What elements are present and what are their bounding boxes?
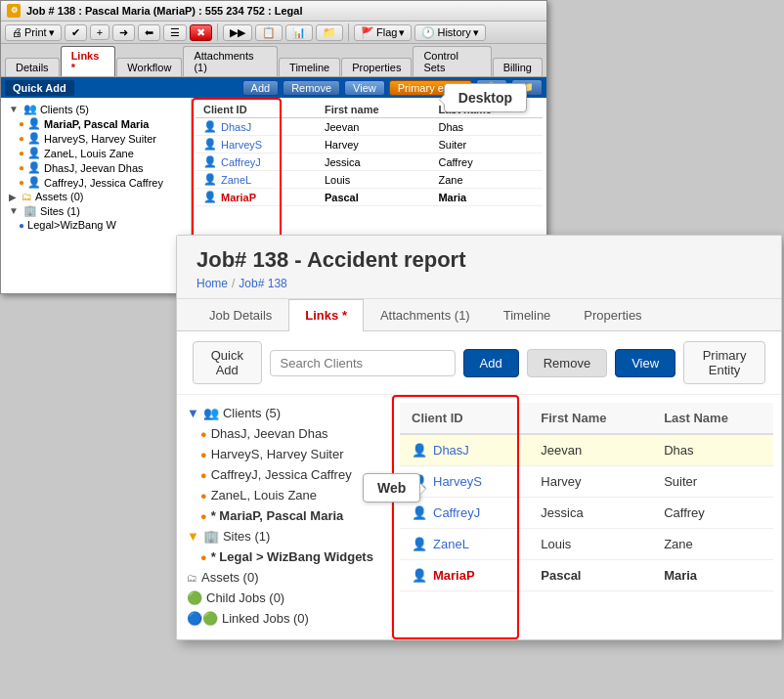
user-icon-mariap: 👤 bbox=[203, 191, 217, 203]
web-client-mariap[interactable]: ● * MariaP, Pascal Maria bbox=[181, 505, 387, 526]
bullet-icon-dhasj: ● bbox=[19, 162, 24, 173]
table-row[interactable]: 👤DhasJ Jeevan Dhas bbox=[196, 118, 543, 136]
web-tree-clients-header[interactable]: ▼ 👥 Clients (5) bbox=[181, 403, 387, 423]
cancel-button[interactable]: ✖ bbox=[190, 24, 212, 41]
web-site-legal[interactable]: ● * Legal > WizBang Widgets bbox=[181, 546, 387, 567]
breadcrumb-job[interactable]: Job# 138 bbox=[239, 277, 286, 290]
tab-workflow[interactable]: Workflow bbox=[116, 58, 182, 76]
assets-label: Assets (0) bbox=[35, 191, 84, 202]
desktop-add-button[interactable]: Add bbox=[242, 80, 280, 96]
desktop-client-mariap[interactable]: ● 👤 MariaP, Pascal Maria bbox=[1, 116, 191, 131]
web-user-icon-caffreyj: 👤 bbox=[412, 505, 427, 520]
web-table-row-dhasj[interactable]: 👤DhasJ Jeevan Dhas bbox=[400, 434, 773, 466]
tab-attachments[interactable]: Attachments (1) bbox=[183, 46, 278, 76]
desktop-site-legal[interactable]: ● Legal>WizBang W bbox=[1, 218, 191, 232]
toolbar-separator2 bbox=[348, 23, 349, 41]
assets-icon: 🗂 bbox=[22, 191, 32, 202]
bullet-icon-caffreyj: ● bbox=[19, 177, 24, 188]
history-dropdown: ▾ bbox=[473, 26, 479, 39]
web-table-row-zanel[interactable]: 👤ZaneL Louis Zane bbox=[400, 529, 773, 560]
check-button[interactable]: ✔ bbox=[65, 24, 87, 41]
person-icon-mariap: 👤 bbox=[27, 117, 41, 130]
desktop-remove-button[interactable]: Remove bbox=[283, 80, 340, 96]
sites-label: Sites (1) bbox=[40, 205, 80, 217]
table-row[interactable]: 👤ZaneL Louis Zane bbox=[196, 171, 543, 189]
web-tab-timeline[interactable]: Timeline bbox=[487, 299, 568, 330]
desktop-tree-clients-header[interactable]: ▼ 👥 Clients (5) bbox=[1, 102, 191, 116]
quick-add-label[interactable]: Quick Add bbox=[5, 80, 74, 96]
tab-properties[interactable]: Properties bbox=[341, 58, 412, 76]
desktop-client-dhasj[interactable]: ● 👤 DhasJ, Jeevan Dhas bbox=[1, 160, 191, 175]
add-button[interactable]: + bbox=[90, 24, 109, 40]
web-tree-linked-jobs[interactable]: 🔵🟢 Linked Jobs (0) bbox=[181, 608, 387, 629]
web-tab-job-details[interactable]: Job Details bbox=[193, 299, 288, 330]
web-primary-entity-button[interactable]: Primary Entity bbox=[683, 341, 765, 384]
web-client-dhasj[interactable]: ● DhasJ, Jeevan Dhas bbox=[181, 423, 387, 444]
web-view-button[interactable]: View bbox=[615, 349, 675, 377]
tool4-button[interactable]: 📁 bbox=[316, 24, 343, 41]
web-clients-icon: 👥 bbox=[203, 406, 219, 420]
desktop-client-harveys[interactable]: ● 👤 HarveyS, Harvey Suiter bbox=[1, 131, 191, 146]
tab-details[interactable]: Details bbox=[5, 58, 60, 76]
printer-icon: 🖨 bbox=[12, 26, 22, 38]
web-table-row-caffreyj[interactable]: 👤CaffreyJ Jessica Caffrey bbox=[400, 498, 773, 529]
tool2-button[interactable]: 📋 bbox=[255, 24, 283, 41]
flag-button[interactable]: 🚩 Flag ▾ bbox=[354, 24, 412, 41]
web-col-last-name: Last Name bbox=[652, 403, 773, 434]
web-table-row-harveys[interactable]: 👤HarveyS Harvey Suiter bbox=[400, 466, 773, 498]
tab-links[interactable]: Links * bbox=[61, 46, 116, 76]
web-tab-links[interactable]: Links * bbox=[288, 299, 364, 331]
user-icon-zanel: 👤 bbox=[203, 173, 217, 186]
dropdown-arrow: ▾ bbox=[49, 26, 55, 39]
tab-control-sets[interactable]: Control Sets bbox=[413, 46, 491, 76]
breadcrumb-home[interactable]: Home bbox=[196, 277, 228, 290]
forward-button[interactable]: ➜ bbox=[112, 24, 135, 41]
web-child-jobs-label: Child Jobs (0) bbox=[206, 590, 284, 605]
person-icon-caffreyj: 👤 bbox=[27, 176, 41, 189]
back-button[interactable]: ⬅ bbox=[138, 24, 160, 41]
desktop-tree-assets[interactable]: ▶ 🗂 Assets (0) bbox=[1, 190, 191, 203]
desktop-view-button[interactable]: View bbox=[344, 80, 385, 96]
web-tree: ▼ 👥 Clients (5) ● DhasJ, Jeevan Dhas ● H… bbox=[177, 395, 392, 639]
web-linked-jobs-icon: 🔵🟢 bbox=[187, 611, 218, 626]
tool3-button[interactable]: 📊 bbox=[285, 24, 313, 41]
bullet-icon-harveys: ● bbox=[19, 133, 24, 144]
web-col-client-id: Client ID bbox=[400, 403, 529, 434]
history-button[interactable]: 🕐 History ▾ bbox=[414, 24, 485, 41]
web-table-row-mariap[interactable]: 👤MariaP Pascal Maria bbox=[400, 560, 773, 591]
web-bullet-dhasj: ● bbox=[200, 428, 207, 440]
web-tree-assets[interactable]: 🗂 Assets (0) bbox=[181, 567, 387, 588]
tool1-button[interactable]: ▶▶ bbox=[223, 24, 252, 41]
user-icon-caffreyj: 👤 bbox=[203, 155, 217, 168]
web-client-harveys[interactable]: ● HarveyS, Harvey Suiter bbox=[181, 444, 387, 464]
web-quick-add-button[interactable]: Quick Add bbox=[193, 341, 262, 384]
print-button[interactable]: 🖨 Print ▾ bbox=[5, 24, 62, 41]
web-client-zanel[interactable]: ● ZaneL, Louis Zane bbox=[181, 485, 387, 505]
table-row-primary[interactable]: 👤MariaP Pascal Maria bbox=[196, 189, 543, 206]
web-tabs: Job Details Links * Attachments (1) Time… bbox=[177, 299, 781, 331]
web-assets-label: Assets (0) bbox=[201, 570, 259, 585]
desktop-client-zanel[interactable]: ● 👤 ZaneL, Louis Zane bbox=[1, 146, 191, 160]
table-row[interactable]: 👤CaffreyJ Jessica Caffrey bbox=[196, 153, 543, 171]
toolbar-separator bbox=[217, 23, 218, 41]
web-tree-sites-header[interactable]: ▼ 🏢 Sites (1) bbox=[181, 526, 387, 546]
web-remove-button[interactable]: Remove bbox=[527, 349, 607, 377]
list-button[interactable]: ☰ bbox=[163, 24, 187, 41]
desktop-tree: ▼ 👥 Clients (5) ● 👤 MariaP, Pascal Maria… bbox=[1, 98, 192, 293]
person-icon-dhasj: 👤 bbox=[27, 161, 41, 174]
desktop-client-caffreyj[interactable]: ● 👤 CaffreyJ, Jessica Caffrey bbox=[1, 175, 191, 190]
tab-billing[interactable]: Billing bbox=[493, 58, 543, 76]
web-tree-child-jobs[interactable]: 🟢 Child Jobs (0) bbox=[181, 588, 387, 608]
web-add-button[interactable]: Add bbox=[463, 349, 519, 377]
web-client-name-caffreyj: CaffreyJ, Jessica Caffrey bbox=[211, 467, 352, 482]
table-row[interactable]: 👤HarveyS Harvey Suiter bbox=[196, 136, 543, 153]
web-search-input[interactable] bbox=[270, 350, 456, 376]
web-tab-attachments[interactable]: Attachments (1) bbox=[364, 299, 487, 330]
web-tab-properties[interactable]: Properties bbox=[567, 299, 658, 330]
tab-timeline[interactable]: Timeline bbox=[279, 58, 340, 76]
desktop-tree-sites[interactable]: ▼ 🏢 Sites (1) bbox=[1, 203, 191, 218]
web-clients-expand-icon: ▼ bbox=[187, 406, 199, 420]
bullet-icon-zanel: ● bbox=[19, 148, 24, 158]
web-client-caffreyj[interactable]: ● CaffreyJ, Jessica Caffrey bbox=[181, 464, 387, 485]
web-sites-icon: 🏢 bbox=[203, 529, 219, 544]
